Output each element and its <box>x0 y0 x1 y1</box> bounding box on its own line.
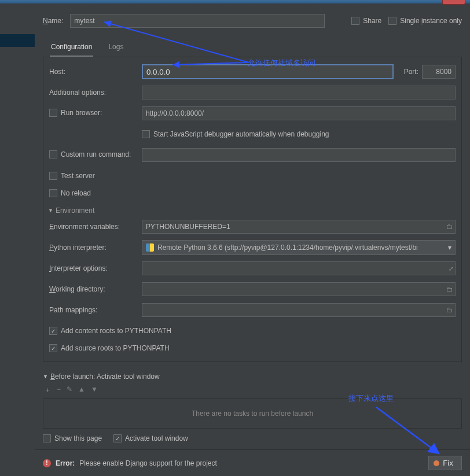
add-source-roots-checkbox[interactable]: Add source roots to PYTHONPATH <box>49 344 170 352</box>
python-icon <box>146 243 154 252</box>
chevron-down-icon: ▾ <box>448 243 451 252</box>
activate-tool-window-label: Activate tool window <box>125 434 188 442</box>
run-browser-checkbox[interactable]: Run browser: <box>49 109 102 117</box>
run-browser-url-input[interactable] <box>142 106 456 120</box>
name-label: Name: <box>43 17 63 25</box>
add-icon[interactable]: ＋ <box>44 385 51 395</box>
path-mappings-input[interactable] <box>142 303 456 317</box>
caret-down-icon: ▼ <box>43 374 48 379</box>
fix-button-label: Fix <box>443 459 453 467</box>
start-js-debugger-label: Start JavaScript debugger automatically … <box>153 130 329 138</box>
custom-run-command-label: Custom run command: <box>61 150 131 158</box>
env-vars-input[interactable] <box>142 220 456 234</box>
interpreter-options-label: Interpreter options: <box>49 264 142 272</box>
folder-icon[interactable]: 🗀 <box>446 285 453 293</box>
add-content-roots-checkbox[interactable]: Add content roots to PYTHONPATH <box>49 327 171 335</box>
custom-run-command-checkbox[interactable]: Custom run command: <box>49 150 131 158</box>
host-label: Host: <box>49 68 142 76</box>
tab-configuration[interactable]: Configuration <box>50 40 93 57</box>
left-rail-selected-item[interactable] <box>0 34 35 47</box>
share-checkbox[interactable]: Share <box>351 17 381 25</box>
move-up-icon: ▲ <box>78 385 85 395</box>
move-down-icon: ▼ <box>91 385 98 395</box>
python-interpreter-select[interactable]: Remote Python 3.6.6 (sftp://pyvip@127.0.… <box>142 240 456 255</box>
tabs: Configuration Logs <box>50 40 462 57</box>
name-input[interactable] <box>70 14 325 28</box>
env-vars-label: Environment variables: <box>49 223 142 231</box>
before-launch-empty: There are no tasks to run before launch <box>43 398 462 429</box>
host-input[interactable] <box>142 64 394 79</box>
port-label: Port: <box>404 68 418 76</box>
working-directory-input[interactable] <box>142 282 456 296</box>
edit-icon: ✎ <box>67 385 72 395</box>
test-server-checkbox[interactable]: Test server <box>49 172 95 180</box>
interpreter-options-input[interactable] <box>142 261 456 275</box>
folder-icon[interactable]: 🗀 <box>446 223 453 231</box>
left-rail <box>0 3 35 476</box>
add-source-roots-label: Add source roots to PYTHONPATH <box>61 344 170 352</box>
tab-logs[interactable]: Logs <box>107 40 124 57</box>
bulb-icon <box>434 460 439 466</box>
fix-button[interactable]: Fix <box>428 456 462 470</box>
environment-section-label: Environment <box>56 206 94 215</box>
additional-options-input[interactable] <box>142 86 456 99</box>
show-this-page-label: Show this page <box>54 434 102 442</box>
before-launch-header[interactable]: ▼ Before launch: Activate tool window <box>43 372 462 381</box>
python-interpreter-value: Remote Python 3.6.6 (sftp://pyvip@127.0.… <box>157 243 418 252</box>
error-label: Error: <box>56 459 75 467</box>
show-this-page-checkbox[interactable]: Show this page <box>43 434 102 442</box>
test-server-label: Test server <box>61 172 95 180</box>
python-interpreter-label: Python interpreter: <box>49 243 142 252</box>
custom-run-command-input[interactable] <box>142 148 456 162</box>
share-label: Share <box>363 17 381 25</box>
caret-down-icon: ▼ <box>48 208 53 213</box>
port-input[interactable] <box>422 65 456 79</box>
no-reload-label: No reload <box>61 189 91 197</box>
working-directory-label: Working directory: <box>49 285 142 293</box>
start-js-debugger-checkbox[interactable]: Start JavaScript debugger automatically … <box>142 130 329 138</box>
path-mappings-label: Path mappings: <box>49 306 142 314</box>
expand-icon[interactable]: ⤢ <box>449 265 453 272</box>
add-content-roots-label: Add content roots to PYTHONPATH <box>61 327 171 335</box>
main-panel: Name: Share Single instance only Configu… <box>35 3 470 476</box>
activate-tool-window-checkbox[interactable]: Activate tool window <box>113 434 188 442</box>
bottom-bar: ! Error: Please enable Django support fo… <box>35 449 470 476</box>
before-launch-section: ▼ Before launch: Activate tool window ＋ … <box>43 372 462 442</box>
run-browser-label: Run browser: <box>61 109 102 117</box>
error-area: ! Error: Please enable Django support fo… <box>43 459 217 467</box>
before-launch-toolbar: ＋ − ✎ ▲ ▼ <box>44 385 462 395</box>
single-instance-checkbox[interactable]: Single instance only <box>388 17 462 25</box>
additional-options-label: Additional options: <box>49 88 142 97</box>
error-message: Please enable Django support for the pro… <box>79 459 217 467</box>
configuration-panel: Host: Port: Additional options: Run brow… <box>43 57 462 362</box>
environment-section-header[interactable]: ▼ Environment <box>48 206 456 215</box>
error-icon: ! <box>43 459 51 467</box>
single-instance-label: Single instance only <box>400 17 462 25</box>
remove-icon: − <box>57 385 61 395</box>
folder-icon[interactable]: 🗀 <box>446 306 453 314</box>
no-reload-checkbox[interactable]: No reload <box>49 189 91 197</box>
